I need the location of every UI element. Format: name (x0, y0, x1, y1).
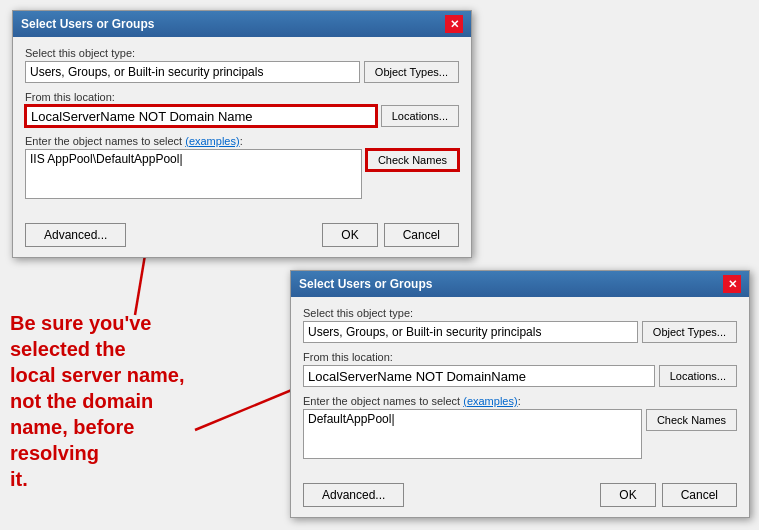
annotation-line-6: it. (10, 466, 205, 492)
dialog-2-locations-button[interactable]: Locations... (659, 365, 737, 387)
dialog-2-check-names-button[interactable]: Check Names (646, 409, 737, 431)
dialog-2-enter-object-label: Enter the object names to select (exampl… (303, 395, 737, 407)
dialog-1-from-location-input[interactable] (25, 105, 377, 127)
dialog-1: Select Users or Groups ✕ Select this obj… (12, 10, 472, 258)
dialog-1-object-types-button[interactable]: Object Types... (364, 61, 459, 83)
dialog-1-object-type-label: Select this object type: (25, 47, 459, 59)
dialog-2-object-type-input[interactable] (303, 321, 638, 343)
dialog-2-object-types-button[interactable]: Object Types... (642, 321, 737, 343)
dialog-2-object-type-label: Select this object type: (303, 307, 737, 319)
dialog-1-title: Select Users or Groups (21, 17, 154, 31)
annotation-line-3: local server name, (10, 362, 205, 388)
dialog-2-from-location-input[interactable] (303, 365, 655, 387)
dialog-1-close-button[interactable]: ✕ (445, 15, 463, 33)
dialog-1-cancel-button[interactable]: Cancel (384, 223, 459, 247)
dialog-1-enter-object-label: Enter the object names to select (exampl… (25, 135, 459, 147)
dialog-1-object-names-input[interactable]: IIS AppPool\DefaultAppPool| (25, 149, 362, 199)
dialog-2: Select Users or Groups ✕ Select this obj… (290, 270, 750, 518)
dialog-2-cancel-button[interactable]: Cancel (662, 483, 737, 507)
dialog-2-titlebar: Select Users or Groups ✕ (291, 271, 749, 297)
dialog-2-advanced-button[interactable]: Advanced... (303, 483, 404, 507)
dialog-2-from-location-label: From this location: (303, 351, 737, 363)
dialog-1-examples-link[interactable]: (examples) (185, 135, 239, 147)
dialog-1-advanced-button[interactable]: Advanced... (25, 223, 126, 247)
dialog-2-ok-button[interactable]: OK (600, 483, 655, 507)
annotation-text: Be sure you've selected the local server… (10, 310, 205, 492)
dialog-1-object-type-input[interactable] (25, 61, 360, 83)
annotation-line-2: selected the (10, 336, 205, 362)
dialog-2-object-names-input[interactable]: DefaultAppPool| (303, 409, 642, 459)
dialog-1-check-names-button[interactable]: Check Names (366, 149, 459, 171)
annotation-line-4: not the domain (10, 388, 205, 414)
dialog-1-from-location-label: From this location: (25, 91, 459, 103)
dialog-1-titlebar: Select Users or Groups ✕ (13, 11, 471, 37)
dialog-1-ok-button[interactable]: OK (322, 223, 377, 247)
annotation-line-1: Be sure you've (10, 310, 205, 336)
dialog-1-locations-button[interactable]: Locations... (381, 105, 459, 127)
dialog-2-title: Select Users or Groups (299, 277, 432, 291)
dialog-2-close-button[interactable]: ✕ (723, 275, 741, 293)
dialog-2-examples-link[interactable]: (examples) (463, 395, 517, 407)
annotation-line-5: name, before resolving (10, 414, 205, 466)
